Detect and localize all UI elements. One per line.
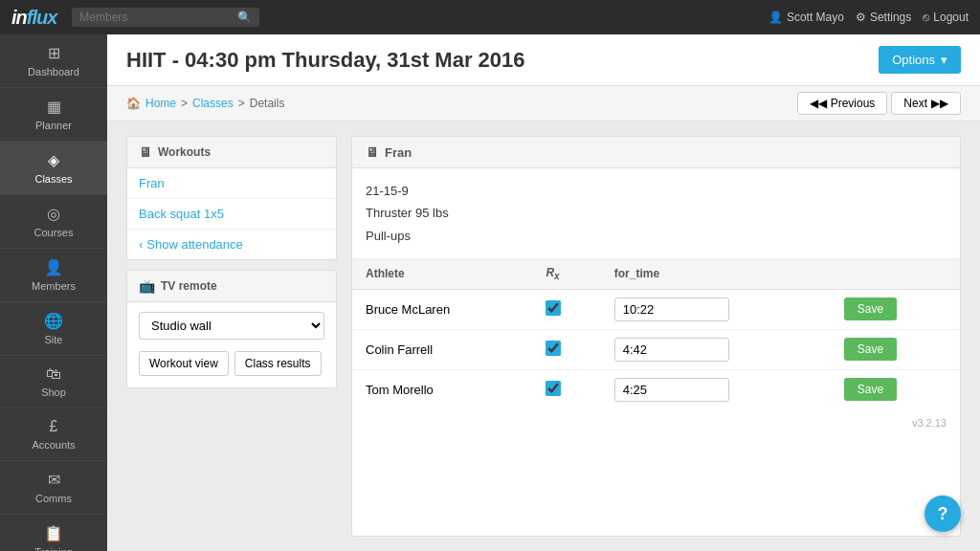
rx-checkbox[interactable] (546, 300, 561, 316)
members-icon: 👤 (44, 258, 63, 276)
page-body: 🖥 Workouts Fran Back squat 1x5 ‹ Show at… (107, 121, 980, 551)
tv-buttons: Workout view Class results (127, 345, 336, 387)
sidebar-item-planner[interactable]: ▦ Planner (0, 88, 107, 142)
sidebar-label-training: Training (34, 546, 72, 551)
next-button[interactable]: Next ▶▶ (891, 92, 961, 115)
athlete-name: Bruce McLaren (352, 289, 532, 329)
user-menu[interactable]: 👤 Scott Mayo (768, 11, 844, 24)
athlete-save: Save (831, 369, 960, 409)
sidebar-item-shop[interactable]: 🛍 Shop (0, 356, 107, 408)
version-text: v3.2.13 (352, 409, 960, 436)
save-button[interactable]: Save (844, 378, 897, 401)
logout-label: Logout (933, 11, 969, 24)
sidebar-label-accounts: Accounts (32, 439, 75, 451)
workout-detail-line3: Pull-ups (366, 225, 947, 247)
logo: influx (11, 7, 56, 29)
table-row: Bruce McLaren Save (352, 289, 960, 329)
sidebar-item-dashboard[interactable]: ⊞ Dashboard (0, 34, 107, 88)
sidebar-item-comms[interactable]: ✉ Comms (0, 461, 107, 515)
previous-button[interactable]: ◀◀ Previous (797, 92, 888, 115)
time-input[interactable] (614, 338, 729, 362)
top-right-nav: 👤 Scott Mayo ⚙ Settings ⎋ Logout (768, 11, 969, 24)
workout-fran-link[interactable]: Fran (139, 176, 165, 190)
workout-item-fran[interactable]: Fran (127, 168, 336, 199)
workouts-header: 🖥 Workouts (127, 137, 336, 168)
breadcrumb-details: Details (250, 97, 285, 110)
breadcrumb-sep2: > (238, 97, 245, 110)
rx-checkbox[interactable] (546, 341, 561, 356)
save-button[interactable]: Save (844, 298, 897, 320)
site-icon: 🌐 (44, 312, 63, 330)
nav-buttons: ◀◀ Previous Next ▶▶ (797, 92, 961, 115)
settings-icon: ⚙ (856, 11, 866, 24)
workout-item-backsquat[interactable]: Back squat 1x5 (127, 199, 336, 230)
sidebar-item-training[interactable]: 📋 Training (0, 515, 107, 551)
tv-remote-section: 📺 TV remote Studio wall Main screen Rece… (126, 270, 337, 388)
accounts-icon: £ (50, 418, 58, 435)
sidebar-item-site[interactable]: 🌐 Site (0, 302, 107, 356)
settings-link[interactable]: ⚙ Settings (856, 11, 911, 24)
table-row: Tom Morello Save (352, 369, 960, 409)
workouts-header-label: Workouts (158, 145, 211, 159)
top-bar: influx 🔍 👤 Scott Mayo ⚙ Settings ⎋ Logou… (0, 0, 980, 34)
page-title: HIIT - 04:30 pm Thursday, 31st Mar 2016 (126, 48, 525, 73)
help-button[interactable]: ? (924, 496, 961, 532)
sidebar-label-site: Site (45, 334, 63, 345)
sidebar-item-courses[interactable]: ◎ Courses (0, 195, 107, 249)
screen-icon: 🖥 (139, 144, 152, 160)
sidebar: ⊞ Dashboard ▦ Planner ◈ Classes ◎ Course… (0, 34, 107, 551)
next-label: Next (903, 97, 927, 110)
next-icon: ▶▶ (931, 97, 948, 110)
sidebar-label-comms: Comms (35, 493, 72, 504)
time-input[interactable] (614, 378, 729, 402)
search-box: 🔍 (72, 8, 259, 27)
col-actions (831, 259, 960, 289)
chevron-left-icon: ‹ (139, 237, 143, 252)
col-rx: Rx (532, 259, 600, 289)
athlete-name: Tom Morello (352, 369, 532, 409)
options-button[interactable]: Options ▾ (879, 46, 961, 74)
sidebar-label-classes: Classes (34, 173, 72, 185)
rx-checkbox[interactable] (546, 381, 561, 396)
main-layout: ⊞ Dashboard ▦ Planner ◈ Classes ◎ Course… (0, 34, 980, 551)
classes-icon: ◈ (48, 151, 59, 169)
workout-detail-line1: 21-15-9 (366, 180, 947, 202)
sidebar-item-members[interactable]: 👤 Members (0, 249, 107, 302)
athlete-rx (532, 369, 600, 409)
workout-view-label: Workout view (149, 357, 218, 370)
tv-remote-header: 📺 TV remote (127, 271, 336, 302)
previous-icon: ◀◀ (810, 97, 827, 110)
breadcrumb-bar: 🏠 Home > Classes > Details ◀◀ Previous N… (107, 86, 980, 121)
athlete-table: Athlete Rx for_time Bruce McLaren Save (352, 259, 960, 408)
show-attendance-btn[interactable]: ‹ Show attendance (127, 230, 336, 259)
tv-remote-header-label: TV remote (161, 279, 217, 293)
tv-remote-icon: 📺 (139, 278, 155, 294)
user-name: Scott Mayo (787, 11, 844, 24)
search-input[interactable] (79, 11, 233, 24)
sidebar-label-planner: Planner (35, 120, 72, 131)
workout-backsquat-link[interactable]: Back squat 1x5 (139, 207, 224, 221)
page-header: HIIT - 04:30 pm Thursday, 31st Mar 2016 … (107, 34, 980, 86)
sidebar-item-accounts[interactable]: £ Accounts (0, 408, 107, 461)
class-results-button[interactable]: Class results (234, 351, 322, 376)
athlete-rx (532, 329, 600, 369)
settings-label: Settings (870, 11, 911, 24)
breadcrumb-home[interactable]: Home (145, 97, 176, 110)
sidebar-label-courses: Courses (34, 227, 74, 238)
comms-icon: ✉ (48, 471, 60, 489)
shop-icon: 🛍 (46, 365, 61, 383)
save-button[interactable]: Save (844, 338, 897, 361)
courses-icon: ◎ (47, 205, 60, 223)
athlete-time (601, 369, 831, 409)
search-icon: 🔍 (237, 11, 252, 24)
options-label: Options (892, 53, 935, 67)
breadcrumb-classes[interactable]: Classes (192, 97, 234, 110)
logout-link[interactable]: ⎋ Logout (923, 11, 969, 24)
home-icon: 🏠 (126, 97, 141, 110)
workout-view-button[interactable]: Workout view (139, 351, 229, 376)
tv-select[interactable]: Studio wall Main screen Reception (139, 312, 324, 340)
col-athlete: Athlete (352, 259, 532, 289)
left-panel: 🖥 Workouts Fran Back squat 1x5 ‹ Show at… (126, 136, 337, 537)
time-input[interactable] (614, 298, 729, 321)
sidebar-item-classes[interactable]: ◈ Classes (0, 142, 107, 195)
